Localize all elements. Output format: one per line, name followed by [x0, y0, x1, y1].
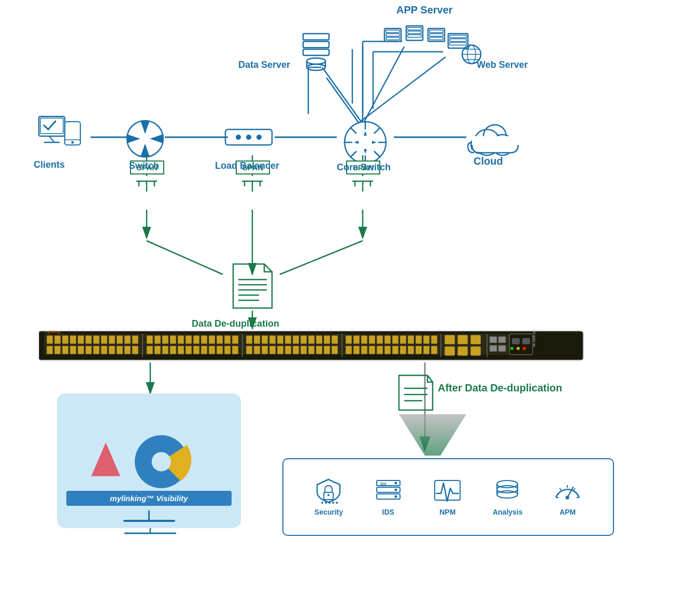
- svg-rect-253: [435, 480, 460, 500]
- svg-point-79: [72, 141, 74, 144]
- svg-rect-214: [445, 335, 455, 344]
- svg-rect-154: [170, 346, 176, 354]
- clients-icon: [34, 114, 85, 157]
- svg-point-245: [336, 502, 338, 504]
- svg-rect-173: [316, 335, 322, 344]
- svg-rect-134: [109, 346, 115, 354]
- load-balancer-icon: [223, 122, 275, 155]
- svg-rect-65: [450, 35, 466, 38]
- svg-text:ML-NPB-5568: ML-NPB-5568: [533, 329, 536, 347]
- svg-rect-114: [47, 335, 53, 344]
- svg-rect-195: [392, 335, 398, 344]
- tool-item-ids: IDS IDS: [374, 478, 403, 516]
- main-diagram: SPAN SPAN SPAN: [0, 0, 700, 613]
- svg-rect-132: [93, 346, 99, 354]
- svg-point-242: [325, 502, 327, 504]
- svg-rect-57: [408, 27, 421, 30]
- data-dedup-icon: [225, 261, 282, 315]
- npm-label: NPM: [439, 508, 455, 516]
- core-switch-label: Core Switch: [337, 162, 391, 173]
- data-server-icon: [298, 31, 339, 75]
- svg-rect-59: [408, 35, 421, 37]
- svg-rect-58: [408, 31, 421, 34]
- svg-rect-165: [254, 335, 260, 344]
- svg-rect-206: [384, 346, 391, 354]
- switch-label: Switch: [129, 160, 159, 171]
- svg-rect-198: [416, 335, 422, 344]
- svg-rect-62: [430, 34, 443, 36]
- svg-rect-190: [353, 335, 360, 344]
- svg-rect-207: [392, 346, 398, 354]
- analysis-icon: [493, 478, 522, 504]
- svg-rect-215: [458, 335, 468, 344]
- svg-rect-192: [369, 335, 375, 344]
- svg-rect-217: [445, 346, 455, 356]
- svg-rect-119: [85, 335, 92, 344]
- svg-rect-55: [386, 37, 399, 40]
- svg-rect-146: [201, 335, 207, 344]
- svg-rect-177: [254, 346, 260, 354]
- visibility-label: mylinking™ Visibility: [66, 491, 232, 506]
- svg-rect-67: [450, 42, 466, 45]
- svg-rect-205: [377, 346, 383, 354]
- svg-rect-162: [232, 346, 238, 354]
- svg-rect-130: [78, 346, 84, 354]
- svg-rect-178: [262, 346, 268, 354]
- svg-rect-224: [498, 345, 506, 352]
- svg-rect-140: [154, 335, 161, 344]
- svg-rect-116: [62, 335, 68, 344]
- svg-rect-149: [224, 335, 231, 344]
- svg-rect-143: [178, 335, 184, 344]
- svg-rect-120: [93, 335, 99, 344]
- svg-rect-158: [201, 346, 207, 354]
- ids-label: IDS: [382, 508, 394, 516]
- after-dedup-label: After Data De-duplication: [438, 382, 562, 394]
- svg-point-252: [394, 495, 397, 498]
- cloud-label: Cloud: [474, 155, 503, 167]
- svg-rect-45: [303, 34, 329, 40]
- svg-rect-209: [408, 346, 414, 354]
- npb-device: mylinking ML-NPB-5568: [39, 329, 609, 362]
- svg-rect-115: [54, 335, 61, 344]
- svg-rect-123: [117, 335, 123, 344]
- load-balancer-label: Load Balancer: [215, 160, 279, 171]
- svg-rect-106: [472, 136, 519, 153]
- svg-line-37: [147, 241, 223, 274]
- svg-rect-204: [369, 346, 375, 354]
- svg-line-96: [374, 128, 380, 134]
- svg-point-244: [332, 502, 334, 504]
- svg-rect-194: [384, 335, 391, 344]
- svg-rect-63: [430, 37, 443, 40]
- svg-rect-193: [377, 335, 383, 344]
- svg-rect-66: [450, 39, 466, 41]
- svg-point-238: [151, 452, 170, 471]
- apm-label: APM: [560, 508, 576, 516]
- svg-rect-223: [490, 345, 497, 352]
- svg-rect-141: [162, 335, 168, 344]
- svg-point-230: [523, 347, 526, 350]
- svg-rect-168: [277, 335, 283, 344]
- svg-rect-127: [54, 346, 61, 354]
- svg-marker-236: [91, 443, 120, 476]
- svg-rect-179: [269, 346, 276, 354]
- svg-rect-170: [293, 335, 299, 344]
- svg-rect-122: [109, 335, 115, 344]
- svg-rect-144: [185, 335, 192, 344]
- svg-point-260: [566, 496, 569, 500]
- svg-point-86: [236, 135, 241, 140]
- svg-line-38: [280, 241, 363, 274]
- svg-rect-56: [406, 26, 423, 40]
- svg-rect-225: [509, 334, 533, 355]
- tool-item-apm: APM: [553, 478, 582, 516]
- svg-line-94: [351, 128, 356, 134]
- svg-line-264: [560, 488, 561, 490]
- ids-icon: IDS: [374, 478, 403, 504]
- svg-rect-182: [293, 346, 299, 354]
- svg-rect-211: [423, 346, 430, 354]
- svg-rect-151: [147, 346, 153, 354]
- svg-point-251: [394, 489, 397, 491]
- clients-label: Clients: [34, 159, 65, 170]
- security-label: Security: [315, 508, 343, 516]
- data-server-label: Data Server: [238, 60, 290, 70]
- svg-point-87: [246, 135, 251, 140]
